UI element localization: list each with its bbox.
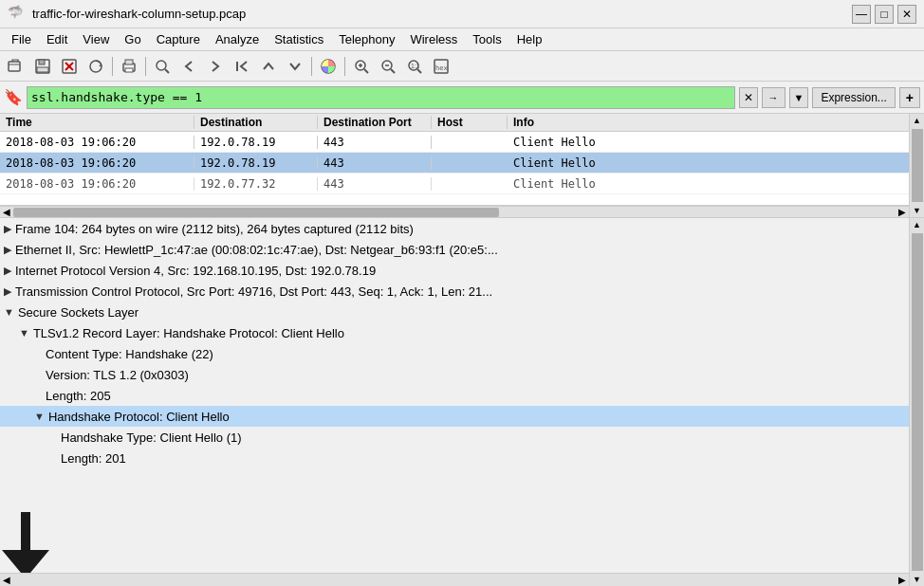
column-header-info[interactable]: Info [508,116,909,129]
detail-row-tcp[interactable]: ▶ Transmission Control Protocol, Src Por… [0,281,909,302]
close-button[interactable]: ✕ [897,5,916,24]
toolbar: 1:1 hex [0,51,924,82]
menu-statistics[interactable]: Statistics [267,30,331,48]
packet-vscrollbar[interactable]: ▲ ▼ [909,114,924,217]
svg-text:hex: hex [435,64,448,72]
packet-row[interactable]: 2018-08-03 19:06:20 192.0.77.32 443 Clie… [0,174,909,194]
detail-row-handshake-type[interactable]: ▶ Handshake Type: Client Hello (1) [0,427,909,448]
detail-hscrollbar[interactable]: ◀ ▶ [0,573,909,586]
filter-input[interactable] [27,86,735,109]
minimize-button[interactable]: — [852,5,871,24]
menu-edit[interactable]: Edit [39,30,75,48]
detail-hscroll-track[interactable] [13,574,896,586]
svg-marker-28 [2,512,49,578]
packet-hscrollbar[interactable]: ◀ ▶ [0,206,909,217]
window-title: traffic-for-wireshark-column-setup.pcap [32,7,246,21]
detail-row-tls[interactable]: ▼ TLSv1.2 Record Layer: Handshake Protoc… [0,322,909,343]
detail-row-ethernet[interactable]: ▶ Ethernet II, Src: HewlettP_1c:47:ae (0… [0,239,909,260]
svg-point-12 [157,61,166,70]
menu-telephony[interactable]: Telephony [331,30,402,48]
packet-row[interactable]: 2018-08-03 19:06:20 192.0.78.19 443 Clie… [0,153,909,174]
open-file-button[interactable] [4,55,28,78]
menu-capture[interactable]: Capture [149,30,208,48]
scroll-up-button[interactable] [256,55,281,78]
detail-row-ssl[interactable]: ▼ Secure Sockets Layer [0,302,909,322]
zoom-in-button[interactable] [349,55,374,78]
menu-go[interactable]: Go [117,30,148,48]
hscroll-thumb[interactable] [13,208,499,217]
column-header-destport[interactable]: Destination Port [318,116,432,129]
print-button[interactable] [117,55,141,78]
packet-row[interactable]: 2018-08-03 19:06:20 192.0.78.19 443 Clie… [0,132,909,153]
go-forward-button[interactable] [203,55,228,78]
expression-button[interactable]: Expression... [812,87,895,108]
detail-row-length[interactable]: ▶ Length: 205 [0,385,909,406]
go-back-button[interactable] [176,55,201,78]
detail-text: Internet Protocol Version 4, Src: 192.16… [15,264,376,278]
filter-apply-button[interactable]: → [762,87,785,108]
save-button[interactable] [30,55,55,78]
svg-line-13 [165,69,169,73]
detail-row-handshake[interactable]: ▼ Handshake Protocol: Client Hello [0,406,909,427]
hex-button[interactable]: hex [429,55,453,78]
menu-file[interactable]: File [4,30,39,48]
hscroll-right-arrow[interactable]: ▶ [896,207,909,217]
detail-vscrollbar[interactable]: ▲ ▼ [909,218,924,586]
detail-row-handshake-length[interactable]: ▶ Length: 201 [0,448,909,468]
menu-tools[interactable]: Tools [465,30,508,48]
expand-icon: ▶ [4,244,11,256]
detail-row-frame[interactable]: ▶ Frame 104: 264 bytes on wire (2112 bit… [0,218,909,239]
detail-vscroll-down[interactable]: ▼ [911,573,923,586]
reload-button[interactable] [83,55,108,78]
svg-marker-8 [99,64,102,66]
expand-icon: ▼ [4,306,14,318]
reset-zoom-button[interactable]: 1:1 [402,55,427,78]
packet-destport: 443 [318,156,432,170]
packet-time: 2018-08-03 19:06:20 [0,156,194,170]
column-header-time[interactable]: Time [0,116,194,129]
expand-icon: ▼ [34,411,45,422]
column-header-host[interactable]: Host [432,116,508,129]
maximize-button[interactable]: □ [875,5,894,24]
detail-hscroll-right[interactable]: ▶ [896,574,909,586]
expand-icon: ▶ [4,223,11,235]
filter-clear-button[interactable]: ✕ [739,87,758,108]
detail-text: Frame 104: 264 bytes on wire (2112 bits)… [15,222,414,236]
detail-row-ip[interactable]: ▶ Internet Protocol Version 4, Src: 192.… [0,260,909,281]
window-controls[interactable]: — □ ✕ [852,5,916,24]
detail-row-content-type[interactable]: ▶ Content Type: Handshake (22) [0,343,909,364]
svg-rect-11 [125,68,133,72]
scroll-down-button[interactable] [283,55,307,78]
detail-hscroll-left[interactable]: ◀ [0,574,13,586]
detail-row-version[interactable]: ▶ Version: TLS 1.2 (0x0303) [0,364,909,385]
detail-text: Secure Sockets Layer [18,305,139,320]
vscroll-up-arrow[interactable]: ▲ [911,114,923,127]
close-capture-button[interactable] [57,55,82,78]
expand-icon: ▶ [4,265,11,277]
zoom-out-button[interactable] [376,55,400,78]
app-icon: 🦈 [8,5,27,24]
filter-dropdown-button[interactable]: ▼ [789,87,809,108]
add-filter-button[interactable]: + [899,87,920,108]
menu-analyze[interactable]: Analyze [208,30,267,48]
menu-help[interactable]: Help [509,30,550,48]
detail-vscroll-up[interactable]: ▲ [911,218,923,231]
detail-vscroll-thumb[interactable] [912,233,923,571]
packet-destport: 443 [318,136,432,149]
packet-time: 2018-08-03 19:06:20 [0,136,194,149]
go-first-button[interactable] [230,55,254,78]
menu-view[interactable]: View [75,30,117,48]
detail-text: Length: 201 [61,451,126,466]
hscroll-track[interactable] [13,207,896,217]
arrow-indicator [2,512,54,578]
packet-list-section: Time Destination Destination Port Host I… [0,114,924,218]
menu-bar: File Edit View Go Capture Analyze Statis… [0,28,924,51]
colorize-button[interactable] [316,55,341,78]
menu-wireless[interactable]: Wireless [402,30,465,48]
detail-text: TLSv1.2 Record Layer: Handshake Protocol… [33,326,344,340]
column-header-destination[interactable]: Destination [194,116,318,129]
hscroll-left-arrow[interactable]: ◀ [0,207,13,217]
find-packet-button[interactable] [150,55,175,78]
vscroll-thumb[interactable] [912,129,923,202]
vscroll-down-arrow[interactable]: ▼ [911,204,923,217]
